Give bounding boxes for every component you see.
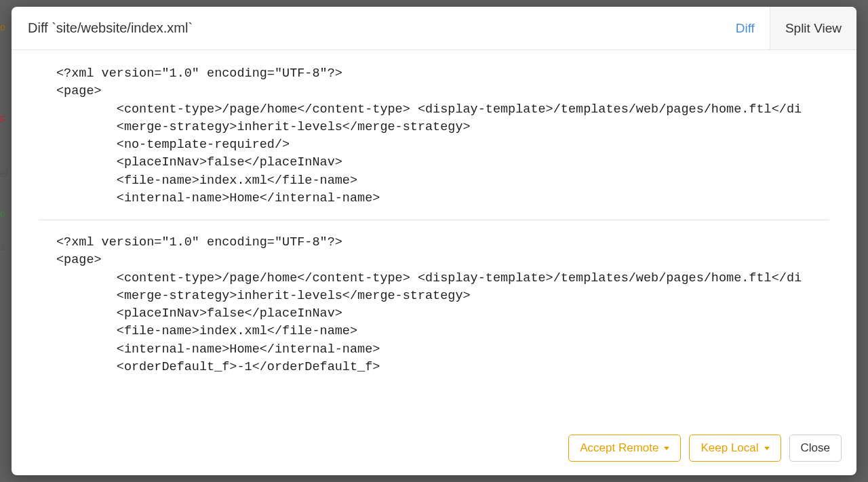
view-tabs: Diff Split View <box>720 7 856 49</box>
modal-header: Diff `site/website/index.xml` Diff Split… <box>12 7 856 50</box>
diff-divider <box>39 220 829 220</box>
bg-text: o <box>0 22 5 33</box>
keep-local-button[interactable]: Keep Local <box>689 435 781 462</box>
accept-remote-label: Accept Remote <box>580 441 658 455</box>
accept-remote-button[interactable]: Accept Remote <box>568 435 681 462</box>
close-button[interactable]: Close <box>789 435 842 462</box>
modal-body[interactable]: <?xml version="1.0" encoding="UTF-8"?> <… <box>12 50 856 424</box>
diff-modal: Diff `site/website/index.xml` Diff Split… <box>12 7 856 475</box>
tab-split-view[interactable]: Split View <box>770 7 856 49</box>
bg-text: s <box>0 241 5 252</box>
bg-text: e/ <box>0 168 8 179</box>
diff-pane-bottom: <?xml version="1.0" encoding="UTF-8"?> <… <box>39 234 829 376</box>
keep-local-label: Keep Local <box>701 441 758 455</box>
close-label: Close <box>801 441 830 455</box>
bg-text: F <box>0 114 6 125</box>
modal-footer: Accept Remote Keep Local Close <box>12 424 856 475</box>
diff-pane-top: <?xml version="1.0" encoding="UTF-8"?> <… <box>39 65 829 207</box>
bg-text: o <box>0 208 5 219</box>
caret-down-icon <box>764 447 770 450</box>
caret-down-icon <box>664 447 669 450</box>
tab-diff[interactable]: Diff <box>720 7 770 49</box>
modal-title: Diff `site/website/index.xml` <box>28 20 193 36</box>
